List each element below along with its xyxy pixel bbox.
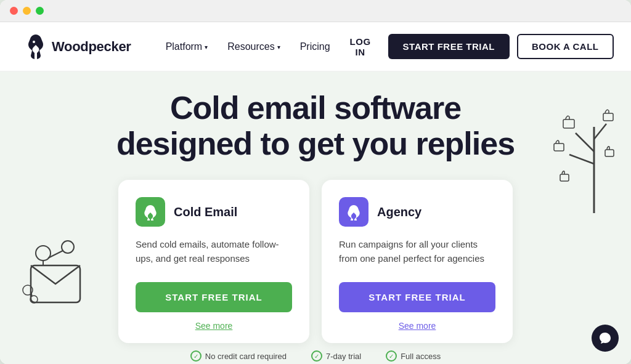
- svg-rect-16: [560, 174, 569, 181]
- nav-actions: LOG IN START FREE TRIAL BOOK A CALL: [340, 31, 614, 62]
- badge-full-access: ✓ Full access: [386, 350, 441, 362]
- check-icon-3: ✓: [386, 350, 397, 362]
- agency-icon: [339, 197, 368, 227]
- nav-start-trial-button[interactable]: START FREE TRIAL: [388, 34, 510, 59]
- svg-point-0: [33, 41, 35, 43]
- logo-text: Woodpecker: [52, 39, 131, 55]
- agency-card-description: Run campaigns for all your clients from …: [339, 238, 495, 269]
- deco-right-illustration: [532, 90, 619, 213]
- resources-chevron-icon: ▾: [277, 44, 280, 51]
- agency-start-trial-button[interactable]: START FREE TRIAL: [339, 282, 495, 312]
- hero-title: Cold email software designed to get you …: [116, 90, 515, 161]
- svg-point-4: [62, 241, 74, 253]
- traffic-light-green[interactable]: [36, 7, 44, 15]
- nav-platform[interactable]: Platform ▾: [156, 36, 218, 57]
- traffic-light-red[interactable]: [10, 7, 18, 15]
- agency-card: Agency Run campaigns for all your client…: [322, 180, 513, 343]
- check-icon-1: ✓: [190, 350, 202, 362]
- agency-see-more-link[interactable]: See more: [339, 321, 495, 331]
- page-content: Woodpecker Platform ▾ Resources ▾ Pricin…: [0, 22, 631, 364]
- nav-pricing[interactable]: Pricing: [290, 36, 340, 57]
- check-icon-2: ✓: [311, 350, 322, 362]
- svg-rect-14: [603, 113, 613, 121]
- traffic-light-yellow[interactable]: [23, 7, 31, 15]
- svg-line-11: [594, 124, 606, 139]
- footer-badges: ✓ No credit card required ✓ 7-day trial …: [190, 343, 441, 364]
- svg-line-10: [576, 133, 594, 152]
- browser-window: Woodpecker Platform ▾ Resources ▾ Pricin…: [0, 0, 631, 364]
- agency-card-title: Agency: [377, 205, 421, 219]
- svg-rect-17: [605, 150, 614, 156]
- navbar: Woodpecker Platform ▾ Resources ▾ Pricin…: [0, 22, 631, 71]
- nav-resources[interactable]: Resources ▾: [218, 36, 290, 57]
- svg-rect-15: [554, 144, 564, 151]
- nav-book-call-button[interactable]: BOOK A CALL: [517, 34, 614, 59]
- deco-left-illustration: [18, 229, 105, 327]
- logo-link[interactable]: Woodpecker: [25, 33, 131, 60]
- cold-email-card: Cold Email Send cold emails, automate fo…: [118, 180, 309, 343]
- logo-icon: [25, 33, 47, 60]
- badge-no-credit-card: ✓ No credit card required: [190, 350, 287, 362]
- badge-7-day-trial: ✓ 7-day trial: [311, 350, 361, 362]
- cold-email-card-header: Cold Email: [136, 197, 292, 227]
- cold-email-icon: [136, 197, 165, 227]
- cold-email-start-trial-button[interactable]: START FREE TRIAL: [136, 282, 292, 312]
- nav-links: Platform ▾ Resources ▾ Pricing: [156, 36, 340, 57]
- cold-email-card-description: Send cold emails, automate follow-ups, a…: [136, 238, 292, 269]
- platform-chevron-icon: ▾: [205, 44, 208, 51]
- cold-email-see-more-link[interactable]: See more: [136, 321, 292, 331]
- login-button[interactable]: LOG IN: [340, 31, 381, 62]
- browser-chrome: [0, 0, 631, 22]
- agency-card-header: Agency: [339, 197, 495, 227]
- svg-rect-13: [563, 119, 574, 128]
- chat-icon: [598, 331, 612, 345]
- svg-line-12: [569, 155, 594, 164]
- chat-widget-button[interactable]: [592, 325, 619, 352]
- hero-section: Cold email software designed to get you …: [0, 71, 631, 364]
- cold-email-card-title: Cold Email: [174, 205, 237, 219]
- cards-row: Cold Email Send cold emails, automate fo…: [118, 180, 513, 343]
